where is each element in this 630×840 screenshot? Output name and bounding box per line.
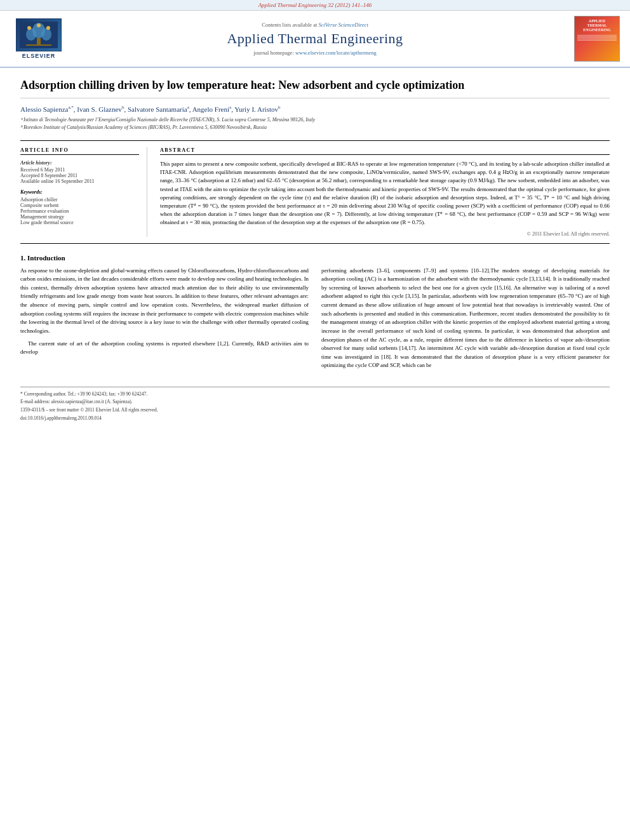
affil-sup-a2: a [187,105,189,110]
author-freni: Angelo Freni [192,105,229,113]
svg-point-8 [37,23,41,27]
journal-title: Applied Thermal Engineering [74,30,556,47]
publisher-logo-area: ELSEVIER [10,18,67,59]
intro-col-left: As response to the ozone-depletion and g… [20,267,309,375]
affil-sup-a3: a [229,105,231,110]
svg-point-6 [27,26,31,30]
keyword-2: Composite sorbent [20,203,139,208]
elsevier-logo-box [16,18,62,51]
journal-cover-image: APPLIEDTHERMALENGINEERING [574,16,620,62]
section-number: 1. [20,254,25,262]
cover-decoration [577,34,617,41]
introduction-section: 1. Introduction As response to the ozone… [20,254,610,375]
article-title: Adsorption chilling driven by low temper… [20,78,610,98]
history-label: Article history: [20,160,139,166]
keyword-4: Management strategy [20,214,139,220]
affil-sup-b2: b [278,105,281,110]
keywords-label: Keywords: [20,189,139,195]
available-date: Available online 16 September 2011 [20,178,139,184]
section-title: 1. Introduction [20,254,610,262]
corresponding-sup: ,* [70,105,74,110]
cover-title-text: APPLIEDTHERMALENGINEERING [583,19,610,33]
elsevier-logo-svg [20,22,58,48]
other-text: other [241,293,253,299]
journal-homepage-line: journal homepage: www.elsevier.com/locat… [74,50,556,56]
keyword-3: Performance evaluation [20,208,139,214]
elsevier-logo: ELSEVIER [10,18,67,59]
article-info-column: ARTICLE INFO Article history: Received 6… [20,147,147,237]
footnotes-section: * Corresponding author. Tel.: +39 90 624… [20,387,610,421]
abstract-column: ABSTRACT This paper aims to present a ne… [160,147,610,237]
abstract-header: ABSTRACT [160,147,610,155]
authors-line: Alessio Sapienzaa,*, Ivan S. Glaznevb, S… [20,105,610,113]
intro-body-columns: As response to the ozone-depletion and g… [20,267,610,375]
homepage-label: journal homepage: [253,50,294,56]
sciverse-label: Contents lists available at [262,22,317,28]
journal-citation-text: Applied Thermal Engineering 32 (2012) 14… [258,2,372,8]
accepted-date: Accepted 8 September 2011 [20,173,139,178]
author-glaznev: Ivan S. Glaznev [77,105,122,113]
article-info-header: ARTICLE INFO [20,147,139,155]
section-heading: Introduction [27,254,65,262]
affiliation-a: ᵃ Istituto di Tecnologie Avanzate per l’… [20,116,610,124]
intro-para-2: The current state of art of the adsorpti… [20,340,309,357]
svg-rect-5 [26,44,51,46]
keyword-5: Low grade thermal source [20,220,139,225]
elsevier-label: ELSEVIER [22,53,56,59]
journal-title-area: Contents lists available at SciVerse Sci… [67,22,563,56]
copyright-text: © 2011 Elsevier Ltd. All rights reserved… [160,231,610,237]
intro-para-1: As response to the ozone-depletion and g… [20,267,309,336]
svg-point-7 [46,26,50,30]
main-content: Adsorption chilling driven by low temper… [0,68,630,431]
sciverse-line: Contents lists available at SciVerse Sci… [74,22,556,28]
homepage-url[interactable]: www.elsevier.com/locate/apthermeng [295,50,377,56]
intro-right-para-1: performing adsorbents [3–6], components … [321,267,610,371]
journal-cover-area: APPLIEDTHERMALENGINEERING [563,16,620,62]
keyword-1: Adsorption chiller [20,197,139,203]
corresponding-author-note: * Corresponding author. Tel.: +39 90 624… [20,391,610,397]
article-info-abstract-section: ARTICLE INFO Article history: Received 6… [20,140,610,244]
svg-point-2 [26,28,36,41]
abstract-text: This paper aims to present a new composi… [160,160,610,227]
author-sapienza: Alessio Sapienza [20,105,68,113]
affiliations: ᵃ Istituto di Tecnologie Avanzate per l’… [20,116,610,131]
author-santamaria: Salvatore Santamaria [128,105,187,113]
sciverse-link[interactable]: SciVerse ScienceDirect [318,22,368,28]
intro-col-right: performing adsorbents [3–6], components … [321,267,610,375]
doi-line: doi:10.1016/j.applthermaleng.2011.09.014 [20,415,610,421]
email-note: E-mail address: alessio.sapienza@itae.cn… [20,399,610,404]
issn-line: 1359-4311/$ – see front matter © 2011 El… [20,407,610,413]
journal-citation-banner: Applied Thermal Engineering 32 (2012) 14… [0,0,630,11]
affiliation-b: ᵇ Boreskov Institute of Catalysis/Russia… [20,124,610,131]
author-aristov: Yuriy I. Aristov [234,105,278,113]
received-date: Received 6 May 2011 [20,167,139,173]
journal-header: ELSEVIER Contents lists available at Sci… [0,11,630,68]
svg-point-3 [41,28,51,41]
affil-sup-b1: b [122,105,124,110]
